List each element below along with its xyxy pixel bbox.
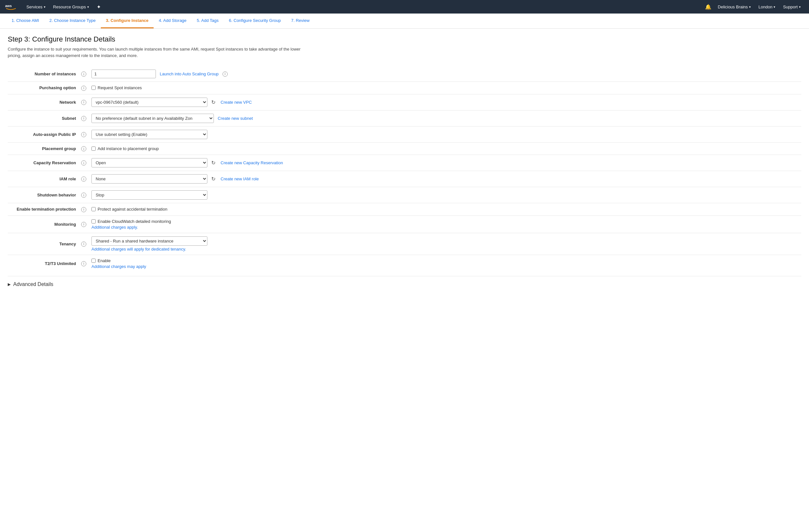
purchasing-option-label: Purchasing option (8, 82, 79, 95)
capacity-reservation-select[interactable]: Open (91, 158, 207, 168)
enable-cloudwatch-label: Enable CloudWatch detailed monitoring (91, 219, 799, 224)
placement-group-checkbox[interactable] (91, 147, 96, 151)
purchasing-option-row: Purchasing option i Request Spot instanc… (8, 82, 801, 95)
aws-logo[interactable]: aws (5, 3, 17, 11)
tab-choose-instance-type[interactable]: 2. Choose Instance Type (44, 14, 101, 28)
shutdown-info-icon[interactable]: i (81, 193, 86, 198)
auto-assign-info-icon[interactable]: i (81, 132, 86, 137)
tab-review[interactable]: 7. Review (286, 14, 315, 28)
termination-protection-row: Enable termination protection i Protect … (8, 203, 801, 216)
tab-configure-security-group[interactable]: 6. Configure Security Group (224, 14, 286, 28)
create-iam-link[interactable]: Create new IAM role (221, 176, 259, 181)
tenancy-charges-link[interactable]: Additional charges will apply for dedica… (91, 247, 799, 252)
advanced-details-label: Advanced Details (13, 281, 53, 287)
t2t3-row: T2/T3 Unlimited i Enable Additional char… (8, 255, 801, 272)
num-instances-row: Number of instances i Launch into Auto S… (8, 66, 801, 82)
t2t3-charges-link[interactable]: Additional charges may apply (91, 264, 799, 269)
create-vpc-link[interactable]: Create new VPC (221, 100, 252, 105)
t2t3-info-icon[interactable]: i (81, 261, 86, 266)
purchasing-info-icon[interactable]: i (81, 86, 86, 91)
iam-role-label: IAM role (8, 171, 79, 187)
subnet-info-icon[interactable]: i (81, 116, 86, 121)
launch-auto-scaling-link[interactable]: Launch into Auto Scaling Group (160, 71, 219, 76)
t2t3-label: T2/T3 Unlimited (8, 255, 79, 272)
termination-info-icon[interactable]: i (81, 207, 86, 212)
user-menu[interactable]: Delicious Brains ▾ (715, 3, 754, 11)
shutdown-behavior-row: Shutdown behavior i Stop (8, 187, 801, 203)
region-chevron-icon: ▾ (774, 5, 775, 9)
services-chevron-icon: ▾ (44, 5, 46, 9)
nav-items: Services ▾ Resource Groups ▾ ✦ (23, 2, 703, 12)
tab-choose-ami[interactable]: 1. Choose AMI (6, 14, 44, 28)
create-capacity-link[interactable]: Create new Capacity Reservation (221, 160, 283, 165)
monitoring-charges-link[interactable]: Additional charges apply. (91, 225, 799, 229)
svg-text:aws: aws (5, 4, 12, 8)
advanced-details-triangle-icon: ▶ (8, 282, 11, 287)
capacity-refresh-icon[interactable]: ↻ (211, 160, 216, 166)
monitoring-label: Monitoring (8, 216, 79, 233)
iam-role-select[interactable]: None (91, 174, 207, 184)
wizard-steps: 1. Choose AMI 2. Choose Instance Type 3.… (0, 14, 809, 29)
advanced-details-toggle[interactable]: ▶ Advanced Details (8, 276, 801, 292)
num-instances-label: Number of instances (8, 66, 79, 82)
user-chevron-icon: ▾ (749, 5, 751, 9)
page-description: Configure the instance to suit your requ… (8, 46, 314, 58)
support-chevron-icon: ▾ (799, 5, 801, 9)
create-subnet-link[interactable]: Create new subnet (218, 116, 253, 121)
tenancy-row: Tenancy i Shared - Run a shared hardware… (8, 233, 801, 255)
resource-groups-chevron-icon: ▾ (87, 5, 89, 9)
iam-role-info-icon[interactable]: i (81, 176, 86, 182)
subnet-label: Subnet (8, 110, 79, 126)
support-menu[interactable]: Support ▾ (780, 3, 804, 11)
shutdown-behavior-select[interactable]: Stop (91, 190, 207, 200)
auto-assign-ip-select[interactable]: Use subnet setting (Enable) (91, 130, 207, 139)
tenancy-info-icon[interactable]: i (81, 242, 86, 247)
capacity-reservation-row: Capacity Reservation i Open ↻ Create new… (8, 155, 801, 171)
termination-protection-checkbox[interactable] (91, 207, 96, 211)
add-placement-label: Add instance to placement group (91, 146, 799, 151)
auto-scaling-info-icon[interactable]: i (223, 71, 228, 76)
auto-assign-ip-row: Auto-assign Public IP i Use subnet setti… (8, 126, 801, 142)
tenancy-label: Tenancy (8, 233, 79, 255)
region-menu[interactable]: London ▾ (755, 3, 778, 11)
page-title: Step 3: Configure Instance Details (8, 35, 801, 44)
resource-groups-menu[interactable]: Resource Groups ▾ (50, 3, 92, 11)
placement-group-row: Placement group i Add instance to placem… (8, 142, 801, 155)
num-instances-info-icon[interactable]: i (81, 71, 86, 76)
iam-refresh-icon[interactable]: ↻ (211, 176, 216, 182)
network-label: Network (8, 94, 79, 110)
placement-group-info-icon[interactable]: i (81, 146, 86, 151)
iam-role-row: IAM role i None ↻ Create new IAM role (8, 171, 801, 187)
placement-group-label: Placement group (8, 142, 79, 155)
subnet-select[interactable]: No preference (default subnet in any Ava… (91, 114, 214, 123)
auto-assign-ip-label: Auto-assign Public IP (8, 126, 79, 142)
tab-add-storage[interactable]: 4. Add Storage (154, 14, 192, 28)
network-refresh-icon[interactable]: ↻ (211, 99, 216, 105)
nav-right: 🔔 Delicious Brains ▾ London ▾ Support ▾ (703, 2, 804, 12)
monitoring-info-icon[interactable]: i (81, 222, 86, 227)
services-menu[interactable]: Services ▾ (23, 3, 49, 11)
capacity-info-icon[interactable]: i (81, 160, 86, 166)
request-spot-checkbox[interactable] (91, 86, 96, 90)
network-select[interactable]: vpc-0967c560 (default) (91, 98, 207, 107)
cloudwatch-checkbox[interactable] (91, 219, 96, 223)
main-content: Step 3: Configure Instance Details Confi… (0, 29, 809, 299)
pin-icon-button[interactable]: ✦ (93, 2, 104, 12)
t2t3-enable-checkbox[interactable] (91, 259, 96, 263)
num-instances-value-cell: Launch into Auto Scaling Group i (89, 66, 801, 82)
tab-configure-instance[interactable]: 3. Configure Instance (101, 14, 154, 28)
t2t3-enable-label: Enable (91, 258, 799, 263)
termination-protection-label: Enable termination protection (8, 203, 79, 216)
capacity-reservation-label: Capacity Reservation (8, 155, 79, 171)
num-instances-input[interactable] (91, 70, 156, 78)
request-spot-label: Request Spot instances (91, 85, 799, 90)
network-row: Network i vpc-0967c560 (default) ↻ Creat… (8, 94, 801, 110)
tab-add-tags[interactable]: 5. Add Tags (192, 14, 224, 28)
network-info-icon[interactable]: i (81, 100, 86, 105)
num-instances-info[interactable]: i (79, 66, 89, 82)
tenancy-select[interactable]: Shared - Run a shared hardware instance (91, 236, 207, 246)
shutdown-behavior-label: Shutdown behavior (8, 187, 79, 203)
top-navigation: aws Services ▾ Resource Groups ▾ ✦ 🔔 Del… (0, 0, 809, 14)
notifications-bell-icon[interactable]: 🔔 (703, 2, 713, 12)
protect-termination-label: Protect against accidental termination (91, 207, 799, 211)
